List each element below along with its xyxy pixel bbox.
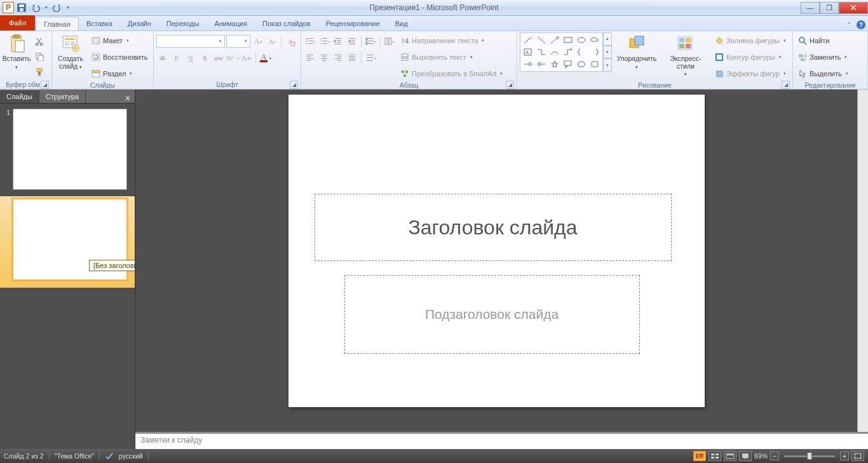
tab-view[interactable]: Вид [388, 17, 416, 30]
slide-canvas-area[interactable]: Заголовок слайда Подзаголовок слайда [135, 90, 857, 432]
tab-review[interactable]: Рецензирование [318, 17, 388, 30]
status-language[interactable]: русский [119, 452, 143, 460]
tab-slideshow[interactable]: Показ слайдов [255, 17, 318, 30]
zoom-out-button[interactable]: − [770, 452, 779, 460]
qat-customize[interactable]: ▾ [65, 1, 71, 14]
justify-button[interactable] [346, 51, 358, 64]
view-normal-button[interactable] [693, 451, 706, 461]
fit-window-button[interactable] [851, 451, 864, 461]
shape-rect-icon[interactable] [562, 34, 574, 46]
convert-smartart-button[interactable]: Преобразовать в SmartArt▾ [398, 67, 505, 81]
tab-transitions[interactable]: Переходы [159, 17, 207, 30]
tab-slides-thumbnails[interactable]: Слайды [0, 90, 39, 103]
decrease-indent-button[interactable] [332, 35, 344, 48]
zoom-level[interactable]: 69% [754, 452, 768, 460]
shape-effects-button[interactable]: Эффекты фигур▾ [712, 67, 789, 81]
shape-fill-button[interactable]: Заливка фигуры▾ [712, 34, 789, 48]
format-painter-button[interactable] [33, 65, 46, 78]
redo-button[interactable] [51, 1, 64, 14]
notes-pane[interactable]: Заметки к слайду [135, 432, 868, 449]
save-button[interactable] [15, 1, 28, 14]
shapes-scroll-down[interactable]: ▾ [603, 46, 612, 59]
zoom-in-button[interactable]: + [840, 452, 849, 460]
increase-indent-button[interactable] [346, 35, 358, 48]
tab-animations[interactable]: Анимация [207, 17, 255, 30]
grow-font-button[interactable]: A▴ [252, 35, 264, 48]
shape-callout-icon[interactable] [562, 58, 574, 70]
view-slideshow-button[interactable] [739, 451, 752, 461]
tab-insert[interactable]: Вставка [79, 17, 120, 30]
columns-button[interactable]: ▾ [383, 35, 395, 48]
shape-arrow3-icon[interactable] [535, 58, 548, 70]
shape-star-icon[interactable] [548, 58, 561, 70]
shape-arrow2-icon[interactable] [522, 58, 534, 70]
shape-line2-icon[interactable] [535, 34, 548, 46]
spellcheck-icon[interactable] [105, 452, 114, 460]
cut-button[interactable] [33, 35, 46, 48]
paragraph-launcher[interactable]: ◢ [506, 81, 514, 89]
numbering-button[interactable]: 123▾ [318, 35, 330, 48]
shrink-font-button[interactable]: A▾ [266, 35, 278, 48]
shape-hex-icon[interactable] [575, 58, 588, 70]
shadow-button[interactable]: S [198, 51, 211, 64]
close-button[interactable]: ✕ [839, 2, 868, 14]
drawing-launcher[interactable]: ◢ [782, 81, 790, 89]
subtitle-placeholder[interactable]: Подзаголовок слайда [344, 275, 640, 354]
shape-action-icon[interactable] [588, 58, 601, 70]
shape-brace-icon[interactable] [575, 46, 588, 58]
maximize-button[interactable]: ❐ [820, 2, 839, 14]
font-size-combo[interactable]: ▾ [226, 35, 250, 48]
shape-textbox-icon[interactable]: A [522, 46, 534, 58]
clipboard-launcher[interactable]: ◢ [41, 81, 49, 89]
clear-formatting-button[interactable]: A [284, 35, 297, 48]
section-button[interactable]: Раздел▾ [89, 67, 150, 81]
underline-button[interactable]: Ч [184, 51, 197, 64]
help-icon[interactable]: ? [857, 20, 865, 29]
strikethrough-button[interactable]: abc [212, 51, 225, 64]
align-center-button[interactable] [318, 51, 330, 64]
replace-button[interactable]: abacЗаменить▾ [796, 50, 851, 64]
shape-brace2-icon[interactable] [588, 46, 601, 58]
title-placeholder[interactable]: Заголовок слайда [315, 194, 672, 261]
copy-button[interactable] [33, 50, 46, 63]
reset-button[interactable]: Восстановить [89, 50, 150, 64]
slide-thumbnail-1[interactable] [13, 109, 127, 190]
bullets-button[interactable]: ▾ [304, 35, 316, 48]
shape-line-icon[interactable] [522, 34, 534, 46]
line-spacing-button[interactable]: ▾ [364, 35, 377, 48]
change-case-button[interactable]: Aa▾ [240, 51, 253, 64]
arrange-button[interactable]: Упорядочить▾ [614, 32, 659, 70]
shape-outline-button[interactable]: Контур фигуры▾ [712, 50, 789, 64]
char-spacing-button[interactable]: AV↔▾ [226, 51, 239, 64]
shape-curve-icon[interactable] [548, 46, 561, 58]
view-sorter-button[interactable] [709, 451, 721, 461]
align-text-button[interactable]: Выровнять текст▾ [398, 50, 505, 64]
view-reading-button[interactable] [724, 451, 736, 461]
shapes-scroll-up[interactable]: ▴ [603, 32, 612, 46]
undo-button[interactable] [29, 1, 42, 14]
align-right-button[interactable] [332, 51, 344, 64]
shape-cloud-icon[interactable] [588, 34, 601, 46]
shape-oval-icon[interactable] [575, 34, 588, 46]
font-color-button[interactable]: A▾ [259, 51, 271, 64]
italic-button[interactable]: К [170, 51, 183, 64]
zoom-thumb[interactable] [807, 452, 812, 460]
find-button[interactable]: Найти [796, 34, 851, 48]
paste-button[interactable]: Вставить▾ [3, 32, 31, 70]
minimize-button[interactable]: — [801, 2, 820, 14]
app-icon[interactable]: P [3, 2, 14, 13]
file-tab[interactable]: Файл [0, 15, 36, 30]
panel-close-icon[interactable]: ✕ [121, 94, 135, 103]
shapes-gallery[interactable]: A [520, 32, 603, 72]
quick-styles-button[interactable]: Экспресс-стили▾ [661, 32, 710, 77]
align-left-button[interactable] [304, 51, 316, 64]
font-launcher[interactable]: ◢ [290, 81, 298, 89]
tab-home[interactable]: Главная [36, 17, 79, 30]
shape-connector2-icon[interactable] [562, 46, 574, 58]
tab-design[interactable]: Дизайн [120, 17, 159, 30]
tab-outline[interactable]: Структура [39, 90, 86, 103]
distribute-button[interactable]: ▾ [364, 51, 377, 64]
minimize-ribbon-icon[interactable]: ˆ [844, 20, 854, 30]
new-slide-button[interactable]: ✶ Создать слайд ▾ [55, 32, 86, 70]
text-direction-button[interactable]: llАНаправление текста▾ [398, 34, 505, 48]
